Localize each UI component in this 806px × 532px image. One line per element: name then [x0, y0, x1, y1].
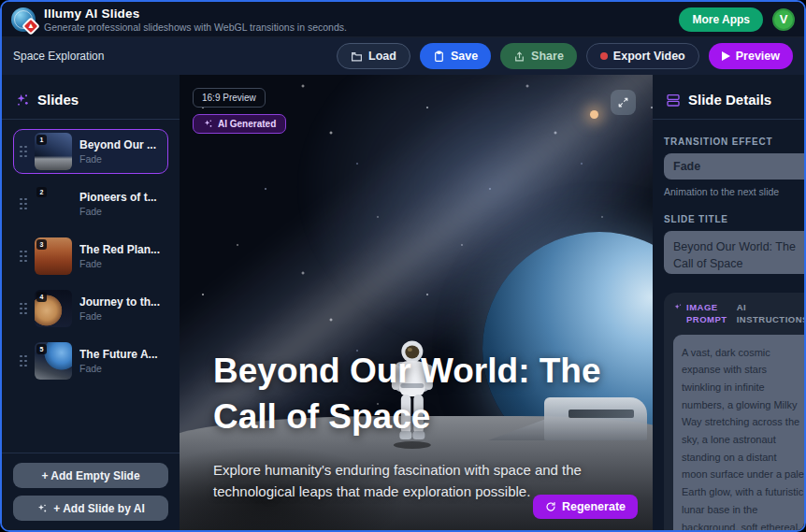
export-video-button-label: Export Video: [613, 50, 685, 63]
slide-caption: Beyond Our World: The Call of Space Expl…: [213, 349, 638, 502]
more-apps-button[interactable]: More Apps: [679, 7, 763, 32]
preview-button[interactable]: Preview: [709, 43, 793, 69]
add-slide-by-ai-button[interactable]: + Add Slide by AI: [13, 496, 168, 521]
transition-select-value: Fade: [673, 160, 802, 173]
slide-item-transition: Fade: [79, 206, 157, 217]
transition-help-text: Animation to the next slide: [664, 186, 804, 197]
bright-star-art: [590, 110, 598, 119]
slide-list-item-4[interactable]: 4 Journey to th... Fade: [13, 286, 168, 331]
slide-number-badge: 1: [36, 135, 47, 145]
astronaut-art: [388, 339, 437, 450]
drag-handle-icon[interactable]: [20, 355, 27, 367]
slide-preview: 16:9 Preview AI Generated Beyond Our Wor…: [180, 75, 653, 530]
record-dot-icon: [600, 52, 608, 60]
sparkles-icon: [15, 93, 30, 108]
refresh-icon: [545, 501, 556, 512]
slide-item-text: Journey to th... Fade: [79, 295, 160, 322]
slide-item-title: Pioneers of t...: [79, 191, 157, 204]
preview-badges: 16:9 Preview AI Generated: [193, 88, 286, 134]
drag-handle-icon[interactable]: [20, 146, 27, 158]
slide-title-label: SLIDE TITLE: [664, 214, 804, 224]
image-prompt-textarea[interactable]: A vast, dark cosmic expanse with stars t…: [673, 335, 804, 530]
slide-list-item-3[interactable]: 3 The Red Plan... Fade: [13, 234, 168, 279]
fullscreen-button[interactable]: [611, 90, 636, 115]
slide-thumbnail-4: 4: [35, 290, 72, 327]
slide-item-text: The Future A... Fade: [79, 348, 158, 374]
share-button[interactable]: Share: [500, 43, 577, 69]
ai-generated-label: AI Generated: [218, 119, 276, 129]
export-video-button[interactable]: Export Video: [586, 43, 699, 69]
app-header: ▲ Illumy AI Slides Generate professional…: [2, 2, 804, 37]
slides-panel-footer: + Add Empty Slide + Add Slide by AI: [13, 453, 168, 521]
slide-title-input[interactable]: Beyond Our World: The Call of Space: [664, 231, 804, 274]
drag-handle-icon[interactable]: [20, 198, 27, 210]
earth-art: [482, 232, 653, 466]
details-panel-header: Slide Details: [664, 86, 804, 119]
slide-number-badge: 4: [36, 292, 47, 302]
transition-effect-label: TRANSITION EFFECT: [664, 137, 804, 147]
slide-thumbnail-3: 3: [35, 237, 72, 275]
tab-image-prompt[interactable]: IMAGE PROMPT: [673, 302, 727, 326]
slide-item-transition: Fade: [79, 363, 158, 374]
slide-item-title: Beyond Our ...: [79, 138, 156, 151]
share-upload-icon: [513, 50, 525, 63]
slide-list-item-5[interactable]: 5 The Future A... Fade: [13, 338, 168, 383]
slide-item-text: Pioneers of t... Fade: [79, 191, 157, 217]
slide-number-badge: 2: [36, 187, 47, 197]
layout-rows-icon: [666, 93, 681, 108]
drag-handle-icon[interactable]: [20, 251, 27, 263]
slide-number-badge: 3: [36, 239, 47, 250]
play-icon: [722, 51, 730, 61]
regenerate-button[interactable]: Regenerate: [533, 495, 638, 519]
user-avatar[interactable]: V: [772, 8, 795, 31]
slide-item-transition: Fade: [79, 310, 160, 322]
project-name: Space Exploration: [13, 50, 104, 63]
lunar-base-art: [488, 384, 647, 440]
tab-ai-instructions[interactable]: AI INSTRUCTIONS: [737, 302, 804, 326]
prompt-tabs: IMAGE PROMPT AI INSTRUCTIONS: [673, 302, 804, 326]
app-title: Illumy AI Slides: [44, 7, 347, 21]
tab-image-prompt-label: IMAGE PROMPT: [686, 302, 727, 326]
sparkles-icon: [673, 303, 683, 312]
chevron-down-icon: [802, 161, 804, 172]
add-empty-slide-button[interactable]: + Add Empty Slide: [13, 463, 168, 488]
main-content: Slides 1 Beyond Our ... Fade 2 Pioneers: [2, 75, 804, 530]
app-window: ▲ Illumy AI Slides Generate professional…: [0, 0, 806, 532]
slide-details-panel: Slide Details TRANSITION EFFECT Fade Ani…: [653, 75, 804, 530]
share-button-label: Share: [531, 50, 564, 63]
surface-shadow-art: [180, 446, 404, 530]
preview-button-label: Preview: [736, 50, 780, 63]
load-button-label: Load: [368, 50, 396, 63]
save-button-label: Save: [451, 50, 478, 63]
sparkles-icon: [203, 119, 213, 129]
regenerate-label: Regenerate: [562, 500, 626, 513]
slide-list-item-1[interactable]: 1 Beyond Our ... Fade: [13, 129, 168, 174]
tab-ai-instructions-label: AI INSTRUCTIONS: [737, 302, 804, 326]
transition-select[interactable]: Fade: [664, 153, 804, 180]
app-logo-icon: ▲: [11, 7, 36, 32]
slide-thumbnail-1: 1: [35, 133, 72, 170]
slides-panel-title: Slides: [37, 92, 79, 108]
slide-item-text: The Red Plan... Fade: [79, 243, 160, 269]
app-titles: Illumy AI Slides Generate professional s…: [44, 7, 347, 33]
slide-item-title: The Future A...: [79, 348, 158, 361]
add-empty-slide-label: + Add Empty Slide: [41, 469, 139, 482]
app-subtitle: Generate professional slideshows with We…: [44, 22, 347, 33]
ai-generated-badge: AI Generated: [193, 114, 286, 134]
slide-title-text: Beyond Our World: The Call of Space: [213, 349, 629, 440]
nebula-glow-art: [297, 75, 653, 355]
milky-way-art: [180, 75, 653, 530]
slide-list-item-2[interactable]: 2 Pioneers of t... Fade: [13, 181, 168, 226]
load-button[interactable]: Load: [337, 43, 410, 69]
save-button[interactable]: Save: [420, 43, 491, 69]
prompt-card: IMAGE PROMPT AI INSTRUCTIONS A vast, dar…: [664, 293, 804, 530]
slide-item-title: Journey to th...: [79, 295, 160, 309]
divider: [653, 119, 804, 120]
slide-item-text: Beyond Our ... Fade: [79, 138, 156, 165]
slide-item-transition: Fade: [79, 258, 160, 269]
slide-thumbnail-5: 5: [35, 342, 72, 380]
details-panel-title: Slide Details: [688, 92, 771, 108]
add-slide-by-ai-label: + Add Slide by AI: [53, 502, 144, 515]
slides-panel-header: Slides: [13, 86, 168, 119]
drag-handle-icon[interactable]: [20, 303, 27, 315]
